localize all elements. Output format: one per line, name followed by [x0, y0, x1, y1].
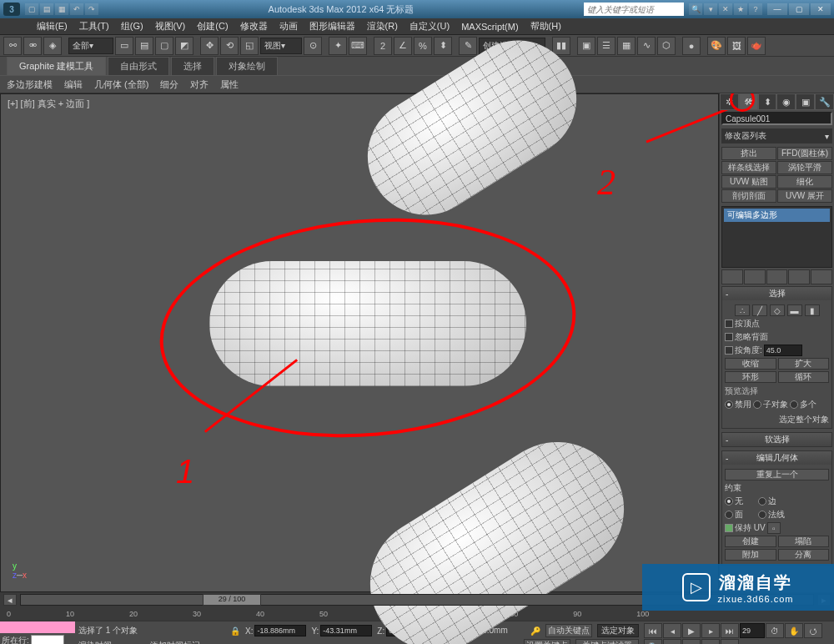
select-name-icon[interactable]: ▤ [135, 37, 153, 55]
exchange-icon[interactable]: ✕ [719, 3, 732, 15]
spinner-snap-icon[interactable]: ⬍ [434, 37, 452, 55]
show-result-icon[interactable] [744, 269, 766, 284]
key-icon[interactable]: 🔑 [530, 626, 540, 636]
radio-subobj[interactable] [753, 400, 761, 409]
btn-grow[interactable]: 扩大 [778, 358, 830, 370]
keyset-dropdown[interactable]: 选定对象 [597, 624, 639, 637]
time-thumb[interactable]: 29 / 100 [203, 594, 261, 606]
render-icon[interactable]: 🫖 [747, 37, 766, 55]
coord-x[interactable] [254, 625, 306, 636]
keyboard-icon[interactable]: ⌨ [349, 37, 367, 55]
capsule-object-selected[interactable] [209, 261, 526, 386]
radio-multi[interactable] [790, 400, 798, 409]
remove-mod-icon[interactable] [788, 269, 810, 284]
nav-pan-icon[interactable]: ✋ [785, 623, 803, 638]
tab-utilities-icon[interactable]: 🔧 [815, 93, 834, 110]
lock-icon[interactable]: 🔒 [230, 626, 240, 636]
menu-grapheditors[interactable]: 图形编辑器 [304, 18, 360, 34]
play-end-icon[interactable]: ⏭ [721, 623, 739, 638]
ribbon-align[interactable]: 对齐 [190, 78, 208, 91]
ribbon-tab-graphite[interactable]: Graphite 建模工具 [7, 57, 106, 75]
help-icon[interactable]: ? [749, 3, 762, 15]
mod-extrude[interactable]: 挤出 [721, 147, 776, 160]
chk-by-angle[interactable] [725, 346, 733, 355]
mod-splinesel[interactable]: 样条线选择 [721, 161, 776, 174]
render-frame-icon[interactable]: 🖼 [727, 37, 746, 55]
help-search-input[interactable] [584, 3, 684, 16]
selection-filter-dropdown[interactable]: 全部 ▾ [68, 38, 113, 54]
unique-icon[interactable] [766, 269, 788, 284]
ribbon-tab-objpaint[interactable]: 对象绘制 [216, 57, 278, 75]
radio-edge[interactable] [758, 497, 766, 506]
percent-snap-icon[interactable]: % [414, 37, 432, 55]
play-start-icon[interactable]: ⏮ [644, 623, 662, 638]
qa-new-icon[interactable]: ▢ [25, 3, 38, 15]
nav-orbit-icon[interactable]: ⭯ [804, 623, 822, 638]
ribbon-edit[interactable]: 编辑 [64, 78, 83, 91]
btn-attach[interactable]: 附加 [725, 549, 776, 561]
angle-snap-icon[interactable]: ∠ [394, 37, 412, 55]
material-editor-icon[interactable]: ● [682, 37, 701, 55]
btn-loop[interactable]: 循环 [778, 371, 830, 383]
subobj-edge-icon[interactable]: ╱ [752, 304, 767, 316]
rollout-head-editgeom[interactable]: 编辑几何体 [722, 451, 831, 465]
ribbon-tab-freeform[interactable]: 自由形式 [108, 57, 169, 75]
window-crossing-icon[interactable]: ◩ [175, 37, 193, 55]
rollout-head-selection[interactable]: 选择 [722, 287, 831, 300]
play-next-icon[interactable]: ▸ [701, 623, 720, 638]
rotate-icon[interactable]: ⟲ [220, 37, 239, 55]
goto-input[interactable] [31, 635, 64, 644]
ribbon-geom[interactable]: 几何体 (全部) [94, 78, 148, 91]
menu-modifiers[interactable]: 修改器 [235, 18, 273, 34]
object-name-input[interactable] [721, 112, 832, 125]
bind-icon[interactable]: ◈ [43, 37, 62, 55]
editnamed-icon[interactable]: ✎ [459, 37, 477, 55]
qa-save-icon[interactable]: ▦ [55, 3, 68, 15]
nav-zoomall-icon[interactable]: ▦ [663, 639, 681, 644]
time-prev-icon[interactable]: ◂ [3, 594, 17, 606]
menu-create[interactable]: 创建(C) [192, 18, 233, 34]
btn-preserve-opts[interactable]: ▫ [767, 522, 781, 534]
btn-ring[interactable]: 环形 [725, 371, 776, 383]
maximize-button[interactable]: ▢ [789, 3, 809, 15]
ribbon-icon[interactable]: ▦ [617, 37, 636, 55]
pin-stack-icon[interactable] [721, 269, 743, 284]
minimize-button[interactable]: — [767, 3, 787, 15]
btn-setkey[interactable]: 设置关键点 [524, 639, 570, 644]
nav-fov-icon[interactable]: ▷ [682, 639, 701, 644]
tab-hierarchy-icon[interactable]: ⬍ [758, 93, 777, 110]
rollout-head-softsel[interactable]: 软选择 [722, 433, 831, 446]
ribbon-poly[interactable]: 多边形建模 [7, 78, 53, 91]
menu-rendering[interactable]: 渲染(R) [362, 18, 403, 34]
subobj-element-icon[interactable]: ▮ [805, 304, 820, 316]
ribbon-tab-selection[interactable]: 选择 [171, 57, 214, 75]
chk-ignore-back[interactable] [725, 333, 733, 341]
nav-maxtoggle-icon[interactable]: ◫ [721, 639, 739, 644]
refcoord-dropdown[interactable]: 视图 ▾ [260, 38, 302, 54]
ribbon-subdiv[interactable]: 细分 [160, 78, 178, 91]
tab-motion-icon[interactable]: ◉ [776, 93, 796, 110]
snap-2d-icon[interactable]: 2 [374, 37, 392, 55]
menu-group[interactable]: 组(G) [116, 18, 148, 34]
mod-uvwmap[interactable]: UVW 贴图 [721, 175, 776, 189]
curve-editor-icon[interactable]: ∿ [637, 37, 656, 55]
script-bar[interactable] [0, 621, 75, 633]
move-icon[interactable]: ✥ [200, 37, 219, 55]
btn-keyfilter[interactable]: 关键点过滤器 [575, 639, 639, 644]
menu-customize[interactable]: 自定义(U) [404, 18, 455, 34]
layers-icon[interactable]: ☰ [597, 37, 615, 55]
btn-repeat[interactable]: 重复上一个 [725, 469, 829, 480]
menu-animation[interactable]: 动画 [274, 18, 303, 34]
select-icon[interactable]: ▭ [115, 37, 133, 55]
mirror-icon[interactable]: ▮▮ [552, 37, 570, 55]
signin-icon[interactable]: ▾ [704, 3, 717, 15]
mod-unwrap[interactable]: UVW 展开 [777, 189, 832, 203]
nav-zoomext-icon[interactable]: ⊡ [701, 639, 720, 644]
stack-editable-poly[interactable]: 可编辑多边形 [724, 209, 830, 222]
nav-zoom-icon[interactable]: 🔍 [644, 639, 662, 644]
play-icon[interactable]: ▶ [682, 623, 701, 638]
radio-off[interactable] [725, 400, 733, 409]
radio-normal[interactable] [758, 511, 766, 519]
mod-ffd[interactable]: FFD(圆柱体) [777, 147, 832, 160]
chk-by-vertex[interactable] [725, 319, 733, 328]
